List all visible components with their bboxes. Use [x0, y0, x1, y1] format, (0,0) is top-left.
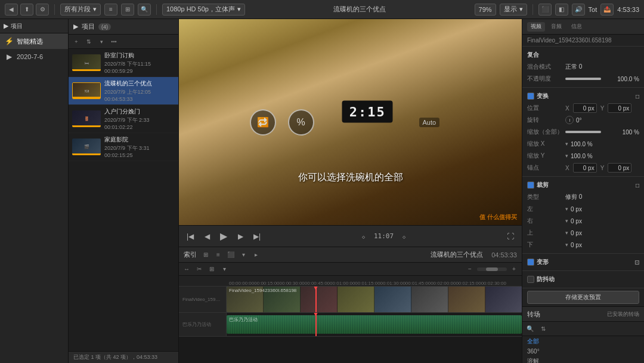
distort-checkbox[interactable] — [527, 259, 534, 266]
inspector-tab-video[interactable]: 视频 — [527, 22, 545, 32]
play-btn[interactable]: ▶ — [217, 230, 230, 243]
scale-slider[interactable] — [565, 131, 601, 133]
transition-cat-all[interactable]: 全部 — [522, 336, 644, 347]
video-display: 2:15 — [342, 101, 393, 123]
scale-x-row: 缩放 X ▾ 100.0 % — [522, 138, 644, 150]
playhead[interactable] — [315, 287, 317, 312]
clip-duration-1: 00:00:59:29 — [104, 68, 175, 74]
opacity-slider[interactable] — [565, 78, 601, 80]
save-preset-btn[interactable]: 存储更改预置 — [527, 291, 639, 304]
project-panel-header: ▶ 项目 (4) — [69, 19, 178, 35]
tl-tool-4[interactable]: ▾ — [219, 264, 230, 274]
transform-title[interactable]: 变换 □ — [522, 90, 644, 102]
inspector-tab-audio[interactable]: 音频 — [547, 22, 565, 32]
crop-expand[interactable]: □ — [636, 182, 639, 189]
inspector-btn[interactable]: ⬛ — [538, 4, 552, 16]
crop-checkbox[interactable] — [527, 182, 534, 189]
anchor-x-input[interactable] — [573, 163, 597, 173]
back-btn[interactable]: ◀ — [5, 4, 18, 16]
effects-btn[interactable]: ◧ — [555, 4, 568, 16]
search-btn[interactable]: 🔍 — [138, 4, 151, 16]
audio-btn[interactable]: 🔊 — [572, 4, 585, 16]
clip-item-selected[interactable]: 🍽 流碟机的三个优点 2020/7/9 上午12:05 00:04:53:33 — [69, 77, 178, 105]
settings-btn[interactable]: ⚙ — [36, 4, 49, 16]
sidebar-item-date[interactable]: ▶ 2020-7-6 — [0, 49, 68, 64]
audio-clip[interactable]: 巴乐乃乃活动 — [227, 315, 522, 334]
clip-item-4[interactable]: 🎬 家庭影院 2020/7/9 下午 3:31 00:02:15:25 — [69, 133, 178, 161]
position-x-input[interactable]: 0 px — [573, 103, 597, 113]
clip-duration-2: 00:04:53:33 — [104, 96, 175, 102]
anchor-y-input[interactable] — [608, 163, 631, 173]
crop-type-value: 修剪 0 — [565, 193, 639, 201]
sidebar-header-label: 项目 — [11, 22, 23, 30]
transform-expand[interactable]: □ — [636, 93, 639, 100]
grid-view-btn[interactable]: ⊞ — [121, 4, 134, 16]
timeline-btn-4[interactable]: ▾ — [238, 250, 249, 260]
mark-out-btn[interactable]: ⬦ — [397, 230, 410, 243]
sidebar-item-smart-collections[interactable]: ⚡ 智能精选 — [0, 33, 68, 49]
ruler-label-2: 00:00:30:00 — [280, 281, 305, 286]
timeline-btn-5[interactable]: ▸ — [250, 250, 261, 260]
fullscreen-btn[interactable]: ⛶ — [504, 230, 517, 243]
tl-tool-1[interactable]: ↔ — [181, 264, 192, 274]
list-view-btn[interactable]: ≡ — [104, 4, 117, 16]
transition-cat-360[interactable]: 360° — [522, 347, 644, 356]
tl-zoom-out[interactable]: − — [465, 264, 475, 274]
ruler-mark-3: 00:00:45:00 — [305, 281, 330, 286]
clip-item-3[interactable]: 🚪 入户门分娩门 2020/7/9 下午 2:33 00:01:02:22 — [69, 105, 178, 133]
distort-title[interactable]: 变形 ⊡ — [522, 256, 644, 268]
anchor-label: 锚点 — [527, 164, 563, 172]
panel-filter-btn[interactable]: ▾ — [96, 37, 107, 47]
segments-dropdown[interactable]: 所有片段 ▾ — [60, 4, 101, 16]
composite-title[interactable]: 复合 — [522, 49, 644, 61]
ruler-mark-8: 00:02:00:00 — [431, 281, 456, 286]
inspector-header: 视频 音频 信息 — [522, 19, 644, 35]
crop-type-row: 类型 修剪 0 — [522, 191, 644, 203]
video-time-display: 2:15 — [349, 104, 386, 119]
transform-checkbox[interactable] — [527, 93, 534, 100]
timeline-btn-1[interactable]: ⊞ — [200, 250, 211, 260]
timeline-btn-2[interactable]: ≡ — [213, 250, 224, 260]
panel-new-btn[interactable]: + — [71, 37, 82, 47]
sidebar-item-label-1: 智能精选 — [17, 37, 43, 46]
inspector-tab-info[interactable]: 信息 — [568, 22, 586, 32]
clip-end-btn[interactable]: ▶| — [250, 230, 264, 243]
rotation-dial[interactable] — [565, 116, 574, 124]
clip-item[interactable]: 🛏 卧室门订购 2020/7/8 下午11:15 00:00:59:29 — [69, 49, 178, 77]
resolution-dropdown[interactable]: 1080p HD 50p，立体声 ▾ — [162, 4, 245, 16]
zoom-dropdown[interactable]: 79% — [475, 4, 496, 16]
export-btn[interactable]: 📤 — [600, 4, 614, 16]
next-frame-btn[interactable]: ▶ — [234, 230, 247, 243]
clip-thumb-2: 🍽 — [72, 82, 101, 99]
stabilize-checkbox[interactable] — [527, 276, 534, 283]
ruler-marks: 00:00:00:00 00:00:15:00 00:00:30:00 00:0… — [181, 276, 519, 286]
prev-frame-btn[interactable]: ◀ — [200, 230, 213, 243]
panel-sort-btn[interactable]: ⇅ — [83, 37, 94, 47]
transitions-search-btn[interactable]: 🔍 — [525, 324, 535, 334]
mark-in-btn[interactable]: ⬦ — [357, 230, 370, 243]
main-video-clip[interactable]: FinalVideo_159423360I.658198 — [227, 287, 522, 312]
timeline-btn-3[interactable]: ⬛ — [225, 250, 236, 260]
blend-mode-label: 混合模式 — [527, 63, 563, 71]
tl-tool-2[interactable]: ✂ — [194, 264, 205, 274]
video-track-content[interactable]: FinalVideo_159423360I.658198 — [227, 287, 522, 312]
transitions-sort-btn[interactable]: ⇅ — [538, 324, 549, 334]
stabilize-title[interactable]: 防抖动 — [522, 273, 644, 285]
crop-title[interactable]: 裁剪 □ — [522, 179, 644, 191]
position-y-input[interactable]: 0 px — [608, 103, 631, 113]
audio-track-label: 巴乐乃乃活动 — [179, 313, 227, 336]
crop-right-label: 右 — [527, 217, 563, 225]
panel-title: 项目 — [82, 22, 95, 31]
clip-info-1: 卧室门订购 2020/7/8 下午11:15 00:00:59:29 — [104, 51, 175, 74]
tl-tool-3[interactable]: ⊞ — [206, 264, 217, 274]
transition-cat-dissolve[interactable]: 溶解 — [522, 356, 644, 363]
tl-zoom-in[interactable]: + — [509, 264, 519, 274]
audio-track-content[interactable]: 巴乐乃乃活动 — [227, 313, 522, 336]
view-dropdown[interactable]: 显示 ▾ — [500, 4, 527, 16]
tl-zoom-slider[interactable] — [477, 267, 507, 271]
clip-start-btn[interactable]: |◀ — [184, 230, 197, 243]
timeline-toolbar: ↔ ✂ ⊞ ▾ − + — [179, 263, 522, 276]
share-btn[interactable]: ⬆ — [20, 4, 33, 16]
timeline-header: 索引 ⊞ ≡ ⬛ ▾ ▸ 流碟机的三个优点 04:53:33 — [179, 247, 522, 263]
panel-more-btn[interactable]: ••• — [109, 37, 119, 47]
